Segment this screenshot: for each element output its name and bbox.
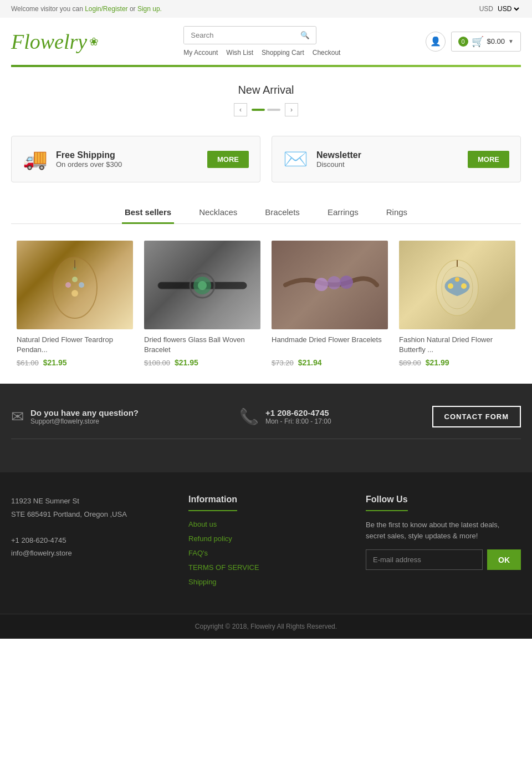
- user-icon: 👤: [430, 36, 441, 47]
- tab-bracelets[interactable]: Bracelets: [262, 202, 303, 224]
- footer-follow-heading: Follow Us: [366, 495, 408, 511]
- signup-link[interactable]: Sign up.: [137, 5, 162, 13]
- search-icon: 🔍: [300, 31, 310, 39]
- footer-phone: +1 208-620-4745: [11, 534, 166, 547]
- contact-support-email: Support@flowelry.store: [30, 417, 99, 425]
- carousel-dot-1: [252, 109, 265, 111]
- product-card-4[interactable]: Fashion Natural Dried Flower Butterfly .…: [393, 235, 521, 373]
- list-item: Shipping: [188, 577, 344, 586]
- phone-icon: 📞: [239, 407, 259, 426]
- product-img-inner-3: [272, 241, 388, 329]
- ok-button[interactable]: OK: [487, 549, 521, 570]
- product-prices-1: $61.00 $21.95: [17, 358, 133, 367]
- shopping-cart-link[interactable]: Shopping Cart: [262, 49, 304, 57]
- price-sale-3: $21.94: [298, 358, 322, 367]
- envelope-icon: ✉: [11, 407, 24, 426]
- cart-button[interactable]: 0 🛒 $0.00 ▼: [451, 32, 521, 52]
- price-original-2: $108.00: [144, 359, 170, 367]
- svg-point-3: [79, 282, 84, 288]
- logo[interactable]: Flowelry ❀: [11, 29, 99, 54]
- cart-icon: 🛒: [472, 35, 484, 48]
- copyright-text: Copyright © 2018, Flowelry All Rights Re…: [195, 623, 337, 630]
- or-text: or: [130, 5, 136, 13]
- price-original-3: $73.20: [272, 359, 294, 367]
- shipping-icon: 🚚: [23, 147, 48, 171]
- carousel-dots: [252, 109, 280, 111]
- product-img-inner-4: [399, 241, 515, 329]
- svg-point-2: [72, 277, 78, 282]
- carousel-next-button[interactable]: ›: [285, 103, 298, 116]
- promo-shipping-banner: 🚚 Free Shipping On orders over $300 MORE: [11, 136, 260, 182]
- cart-dropdown-icon: ▼: [508, 38, 514, 44]
- wish-list-link[interactable]: Wish List: [226, 49, 253, 57]
- footer-email-link[interactable]: info@flowelry.store: [11, 549, 72, 557]
- carousel-controls: ‹ ›: [11, 103, 521, 116]
- product-prices-3: $73.20 $21.94: [272, 358, 388, 367]
- product-title-3: Handmade Dried Flower Bracelets: [272, 335, 388, 355]
- login-register-link[interactable]: Login/Register: [85, 5, 127, 13]
- checkout-link[interactable]: Checkout: [313, 49, 341, 57]
- promo-newsletter-btn[interactable]: MORE: [468, 151, 509, 168]
- logo-icon: ❀: [89, 35, 99, 48]
- product-img-inner-2: [144, 241, 260, 329]
- tab-rings[interactable]: Rings: [383, 202, 410, 224]
- newsletter-icon: ✉️: [283, 147, 308, 171]
- product-card-1[interactable]: Natural Dried Flower Teardrop Pendan... …: [11, 235, 139, 373]
- new-arrival-section: New Arrival ‹ ›: [0, 67, 532, 128]
- product-title-4: Fashion Natural Dried Flower Butterfly .…: [399, 335, 515, 355]
- welcome-text: Welcome visitor you can: [11, 5, 83, 13]
- promo-newsletter-title: Newsletter: [316, 150, 361, 160]
- tab-best-sellers[interactable]: Best sellers: [122, 202, 174, 224]
- contact-hours: Mon - Fri: 8:00 - 17:00: [265, 417, 331, 425]
- about-us-link[interactable]: About us: [188, 520, 217, 528]
- address-line2: STE 685491 Portland, Oregon ,USA: [11, 508, 166, 521]
- svg-point-17: [461, 283, 467, 289]
- products-grid: Natural Dried Flower Teardrop Pendan... …: [0, 224, 532, 384]
- svg-point-1: [65, 282, 71, 288]
- currency-label: USD: [479, 5, 493, 13]
- svg-point-13: [340, 276, 353, 289]
- search-box[interactable]: 🔍: [183, 26, 316, 44]
- list-item: About us: [188, 519, 344, 528]
- email-subscribe-input[interactable]: [366, 549, 483, 570]
- refund-policy-link[interactable]: Refund policy: [188, 534, 232, 543]
- tab-earrings[interactable]: Earrings: [325, 202, 361, 224]
- footer-main: 11923 NE Sumner St STE 685491 Portland, …: [0, 472, 532, 614]
- contact-phone-text: +1 208-620-4745 Mon - Fri: 8:00 - 17:00: [265, 408, 331, 425]
- product-title-2: Dried flowers Glass Ball Woven Bracelet: [144, 335, 260, 355]
- new-arrival-title: New Arrival: [11, 84, 521, 96]
- my-account-link[interactable]: My Account: [183, 49, 218, 57]
- faq-link[interactable]: FAQ's: [188, 549, 208, 557]
- currency-selector[interactable]: USD USD: [479, 4, 521, 13]
- search-input[interactable]: [184, 27, 295, 44]
- product-card-3[interactable]: Handmade Dried Flower Bracelets $73.20 $…: [266, 235, 393, 373]
- carousel-prev-button[interactable]: ‹: [234, 103, 247, 116]
- footer-top: ✉ Do you have any question? Support@flow…: [0, 384, 532, 472]
- product-image-4: [399, 241, 515, 329]
- svg-point-12: [328, 276, 341, 289]
- user-account-button[interactable]: 👤: [426, 32, 446, 52]
- svg-point-11: [315, 278, 328, 291]
- contact-form-button[interactable]: CONTACT FORM: [432, 406, 521, 427]
- product-image-3: [272, 241, 388, 329]
- price-original-1: $61.00: [17, 359, 39, 367]
- promo-shipping-title: Free Shipping: [56, 150, 122, 160]
- footer-bottom: Copyright © 2018, Flowelry All Rights Re…: [0, 614, 532, 639]
- cart-area: 👤 0 🛒 $0.00 ▼: [426, 32, 521, 52]
- top-bar-welcome: Welcome visitor you can Login/Register o…: [11, 5, 162, 13]
- shipping-link[interactable]: Shipping: [188, 578, 217, 586]
- header: Flowelry ❀ 🔍 My Account Wish List Shoppi…: [0, 18, 532, 65]
- terms-link[interactable]: TERMS OF SERVICE: [188, 563, 259, 572]
- product-image-2: [144, 241, 260, 329]
- product-card-2[interactable]: Dried flowers Glass Ball Woven Bracelet …: [139, 235, 266, 373]
- product-prices-2: $108.00 $21.95: [144, 358, 260, 367]
- tab-necklaces[interactable]: Necklaces: [196, 202, 240, 224]
- svg-point-18: [455, 277, 459, 282]
- category-tabs: Best sellers Necklaces Bracelets Earring…: [11, 191, 521, 224]
- price-original-4: $89.00: [399, 359, 421, 367]
- product-image-1: [17, 241, 133, 329]
- search-button[interactable]: 🔍: [295, 27, 315, 44]
- promo-shipping-subtitle: On orders over $300: [56, 160, 122, 169]
- promo-shipping-btn[interactable]: MORE: [207, 151, 249, 168]
- currency-dropdown[interactable]: USD: [495, 4, 521, 13]
